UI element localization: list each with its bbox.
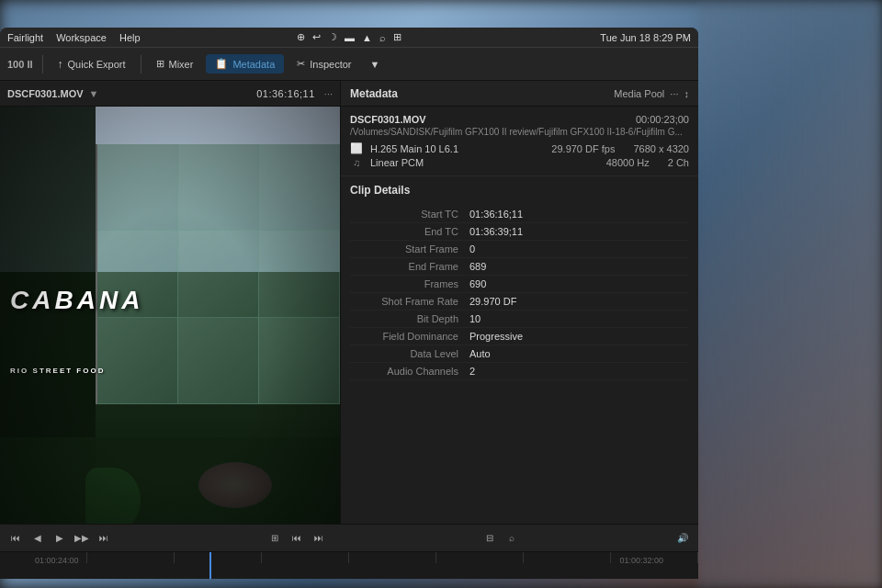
detail-row: Start TC 01:36:16;11 [350, 206, 689, 223]
play-backward-button[interactable]: ◀ [29, 530, 46, 547]
menu-fairlight[interactable]: Fairlight [7, 32, 43, 43]
right-background [698, 0, 882, 588]
audio-codec-icon: ♫ [350, 157, 363, 168]
detail-label-1: End TC [350, 226, 469, 237]
metadata-icon: 📋 [215, 58, 228, 70]
menu-center: ⊕ ↩ ☽ ▬ ▲ ⌕ ⊞ [297, 31, 401, 43]
clip-name: DSCF0301.MOV [7, 88, 84, 99]
detail-value-1: 01:36:39;11 [469, 226, 523, 237]
video-preview-panel: DSCF0301.MOV ▼ 01:36:16;11 ··· [0, 81, 340, 579]
menu-icon-battery: ▬ [345, 32, 355, 43]
mixer-button[interactable]: ⊞ Mixer [147, 54, 203, 74]
video-codec-label: H.265 Main 10 L6.1 [370, 143, 458, 154]
inspector-icon: ✂ [297, 58, 305, 70]
detail-row: Frames 690 [350, 276, 689, 293]
clip-dropdown-icon[interactable]: ▼ [89, 88, 99, 99]
detail-label-9: Audio Channels [350, 366, 469, 377]
media-pool-label[interactable]: Media Pool [614, 88, 664, 99]
play-forward-button[interactable]: ▶▶ [74, 530, 90, 547]
menu-left: Fairlight Workspace Help [7, 32, 284, 43]
toolbar-dropdown-button[interactable]: ▼ [365, 55, 386, 74]
clip-options-dots[interactable]: ··· [324, 88, 333, 99]
play-to-start-button[interactable]: ⏮ [7, 530, 24, 547]
detail-row: Shot Frame Rate 29.970 DF [350, 293, 689, 311]
monitor-button[interactable]: ⊞ [266, 530, 283, 547]
mixer-label: Mixer [169, 59, 194, 70]
clip-timecode: 01:36:16;11 [256, 88, 315, 99]
menu-icon-moon: ☽ [328, 31, 337, 43]
menu-help[interactable]: Help [119, 32, 141, 43]
detail-table: Start TC 01:36:16;11 End TC 01:36:39;11 … [350, 206, 689, 380]
video-resolution: 7680 x 4320 [633, 143, 689, 154]
timeline-bar: ⏮ ◀ ▶ ▶▶ ⏭ ⊞ ⏮ ⏭ ⊟ ⌕ 🔊 01:00:24:00 01:00… [0, 524, 698, 579]
clip-header: DSCF0301.MOV ▼ 01:36:16;11 ··· [0, 81, 340, 107]
mac-menubar: Fairlight Workspace Help ⊕ ↩ ☽ ▬ ▲ ⌕ ⊞ T… [0, 28, 698, 48]
menu-icon-search: ⌕ [379, 32, 386, 43]
detail-value-2: 0 [469, 243, 475, 254]
detail-value-4: 690 [469, 278, 486, 289]
detail-label-7: Field Dominance [350, 331, 469, 342]
clip-specs: ⬜ H.265 Main 10 L6.1 29.970 DF fps 7680 … [350, 142, 689, 168]
inspector-button[interactable]: ✂ Inspector [288, 54, 360, 74]
detail-value-8: Auto [469, 348, 491, 359]
menu-datetime: Tue Jun 18 8:29 PM [600, 32, 691, 43]
top-toolbar: 100 II ↑ Quick Export ⊞ Mixer 📋 Metadata… [0, 48, 698, 81]
clip-info-duration: 00:00:23;00 [636, 114, 689, 125]
sort-icon[interactable]: ↕ [684, 88, 690, 99]
clip-info-row1: DSCF0301.MOV 00:00:23;00 [350, 114, 689, 125]
audio-spec-row: ♫ Linear PCM 48000 Hz 2 Ch [350, 157, 689, 168]
timeline-ruler[interactable]: 01:00:24:00 01:00:32:00 [0, 552, 698, 579]
detail-value-5: 29.970 DF [469, 296, 516, 307]
detail-row: End Frame 689 [350, 258, 689, 276]
metadata-label: Metadata [232, 59, 275, 70]
detail-label-4: Frames [350, 278, 469, 289]
video-fps: 29.970 DF fps [551, 143, 615, 154]
detail-value-7: Progressive [469, 331, 523, 342]
playhead[interactable] [209, 552, 211, 579]
menu-icon-wifi: ▲ [362, 32, 372, 43]
detail-value-0: 01:36:16;11 [469, 209, 523, 220]
detail-label-0: Start TC [350, 209, 469, 220]
clip-info-filename: DSCF0301.MOV [350, 114, 426, 125]
clip-details-section: Clip Details Start TC 01:36:16;11 End TC… [341, 176, 698, 579]
detail-label-2: Start Frame [350, 243, 469, 254]
frame-controls-button[interactable]: ⊟ [481, 530, 498, 547]
menu-icon-control: ⊞ [393, 31, 401, 43]
zoom-button[interactable]: ⌕ [503, 530, 520, 547]
metadata-panel-header: Metadata Media Pool ··· ↕ [341, 81, 698, 107]
skip-next-button[interactable]: ⏭ [311, 530, 327, 547]
menu-icon-arrow: ↩ [312, 31, 321, 43]
clip-details-title: Clip Details [350, 184, 689, 197]
video-spec-row: ⬜ H.265 Main 10 L6.1 29.970 DF fps 7680 … [350, 142, 689, 154]
app-name: 100 II [7, 59, 33, 70]
play-to-end-button[interactable]: ⏭ [96, 530, 112, 547]
detail-row: Start Frame 0 [350, 241, 689, 258]
audio-channels: 2 Ch [668, 157, 689, 168]
detail-row: Data Level Auto [350, 345, 689, 363]
skip-prev-button[interactable]: ⏮ [288, 530, 305, 547]
timeline-controls: ⏮ ◀ ▶ ▶▶ ⏭ ⊞ ⏮ ⏭ ⊟ ⌕ 🔊 [0, 525, 698, 552]
main-area: DSCF0301.MOV ▼ 01:36:16;11 ··· [0, 81, 698, 579]
mixer-icon: ⊞ [156, 58, 164, 70]
media-pool-dots[interactable]: ··· [670, 88, 678, 99]
quick-export-button[interactable]: ↑ Quick Export [49, 54, 135, 74]
detail-label-6: Bit Depth [350, 313, 469, 324]
video-vignette [0, 107, 340, 579]
audio-codec-label: Linear PCM [370, 157, 424, 168]
detail-value-6: 10 [469, 313, 481, 324]
clip-info-section: DSCF0301.MOV 00:00:23;00 /Volumes/SANDIS… [341, 107, 698, 176]
detail-row: Audio Channels 2 [350, 363, 689, 380]
detail-row: End TC 01:36:39;11 [350, 223, 689, 241]
video-codec-icon: ⬜ [350, 142, 363, 154]
detail-row: Bit Depth 10 [350, 311, 689, 328]
menu-workspace[interactable]: Workspace [56, 32, 107, 43]
laptop-screen: Fairlight Workspace Help ⊕ ↩ ☽ ▬ ▲ ⌕ ⊞ T… [0, 28, 698, 579]
metadata-button[interactable]: 📋 Metadata [206, 54, 284, 74]
video-content: CABANA RIO STREET FOOD [0, 107, 340, 579]
quick-export-label: Quick Export [68, 59, 126, 70]
play-stop-button[interactable]: ▶ [51, 530, 68, 547]
toolbar-separator-2 [141, 55, 141, 74]
volume-button[interactable]: 🔊 [674, 530, 691, 547]
clip-info-path: /Volumes/SANDISK/Fujifilm GFX100 II revi… [350, 127, 689, 137]
toolbar-separator-1 [42, 55, 43, 74]
